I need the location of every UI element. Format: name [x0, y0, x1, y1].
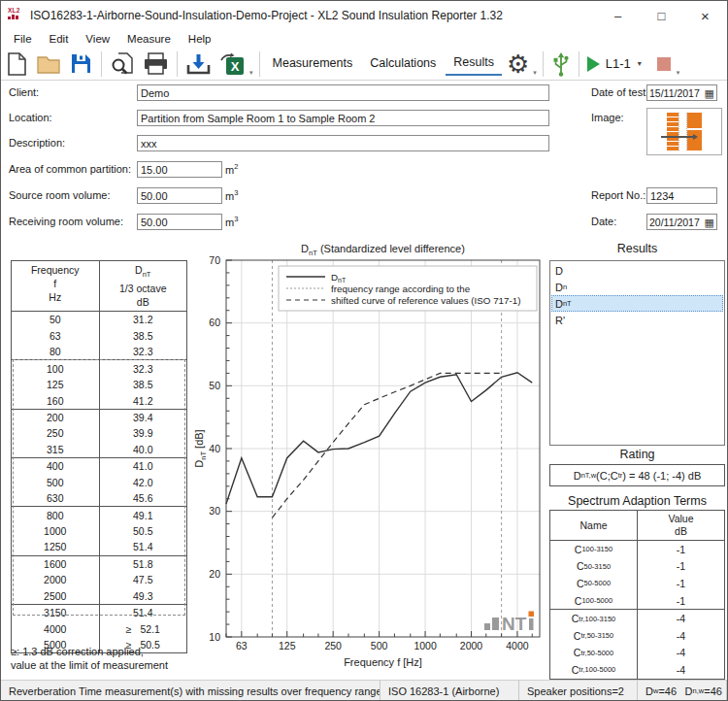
- tab-results[interactable]: Results: [446, 51, 502, 76]
- table-row: 50042.0: [12, 474, 186, 489]
- date-input[interactable]: [647, 217, 705, 228]
- svg-text:2000: 2000: [460, 640, 483, 651]
- spectrum-row: C100-3150-1: [550, 541, 724, 558]
- table-row: 250049.3: [12, 588, 186, 604]
- date-of-test-field[interactable]: ▦: [646, 84, 717, 101]
- menu-item-help[interactable]: Help: [180, 33, 220, 45]
- svg-text:4000: 4000: [506, 640, 529, 651]
- tab-measurements[interactable]: Measurements: [265, 52, 361, 75]
- date-of-test-input[interactable]: [647, 87, 705, 99]
- frequency-table-header: FrequencyfHz DnT1/3 octavedB: [12, 261, 186, 312]
- open-project-button[interactable]: [33, 50, 64, 79]
- receiving-volume-input[interactable]: [137, 214, 222, 230]
- source-volume-input[interactable]: [137, 187, 222, 204]
- menu-item-file[interactable]: File: [5, 33, 41, 45]
- new-document-icon: [5, 51, 28, 77]
- source-volume-label: Source room volume:: [9, 189, 111, 201]
- toolbar-overflow-icon[interactable]: ▾: [249, 69, 253, 77]
- svg-text:1000: 1000: [414, 640, 437, 651]
- svg-text:NT: NT: [502, 614, 527, 634]
- location-input[interactable]: [137, 110, 549, 126]
- spectrum-row: Ctr,100-3150-4: [550, 609, 724, 627]
- partition-image[interactable]: [646, 108, 722, 155]
- spectrum-table-rows: C100-3150-1C50-3150-1C50-5000-1C100-5000…: [550, 541, 724, 679]
- calendar-icon[interactable]: ▦: [705, 88, 716, 98]
- results-listbox: DDnDnTR': [549, 260, 725, 446]
- table-row: 5031.2: [12, 312, 186, 327]
- maximize-button[interactable]: □: [640, 1, 683, 30]
- result-item[interactable]: Dn: [551, 279, 723, 295]
- area-input[interactable]: [137, 161, 222, 178]
- window-title: ISO16283-1-Airborne-Sound-Insulation-Dem…: [30, 9, 596, 22]
- spectrum-title: Spectrum Adaption Terms: [549, 494, 725, 508]
- print-preview-button[interactable]: [107, 50, 138, 79]
- menu-item-measure[interactable]: Measure: [118, 33, 180, 45]
- table-row: 160051.8: [12, 555, 186, 572]
- location-label: Location:: [9, 112, 52, 123]
- table-row: 63045.6: [12, 490, 186, 506]
- status-bar: Reverberation Time measurement(s) with m…: [1, 680, 727, 701]
- stop-record-icon[interactable]: [657, 57, 671, 71]
- description-input[interactable]: [137, 135, 549, 151]
- import-measurement-button[interactable]: [182, 50, 215, 79]
- close-button[interactable]: ×: [683, 1, 727, 30]
- table-row: 100050.5: [12, 523, 186, 539]
- date-label: Date:: [591, 216, 616, 227]
- table-row: 25039.9: [12, 425, 186, 441]
- partition-wall-graphic: [667, 113, 702, 150]
- play-icon[interactable]: [587, 56, 600, 72]
- settings-button[interactable]: ⚙: [504, 50, 532, 79]
- spectrum-row: C50-3150-1: [550, 558, 724, 576]
- calendar-icon[interactable]: ▦: [705, 217, 716, 227]
- spectrum-row: C50-5000-1: [550, 575, 724, 592]
- app-window: XL2 ISO16283-1-Airborne-Sound-Insulation…: [0, 0, 728, 701]
- usb-device-button[interactable]: [548, 50, 574, 79]
- save-button[interactable]: [66, 50, 96, 79]
- report-no-label: Report No.:: [591, 189, 645, 201]
- description-label: Description:: [9, 137, 65, 149]
- client-label: Client:: [9, 86, 39, 98]
- table-row: 10032.3: [12, 359, 186, 376]
- rating-title: Rating: [549, 448, 725, 461]
- toolbar: X ▾ MeasurementsCalculationsResults ⚙ ▾ …: [1, 48, 727, 81]
- svg-text:Frequency f [Hz]: Frequency f [Hz]: [344, 656, 422, 668]
- report-no-input[interactable]: [646, 187, 717, 204]
- menu-item-view[interactable]: View: [77, 33, 118, 45]
- tab-calculations[interactable]: Calculations: [362, 52, 444, 75]
- frequency-header-cell: FrequencyfHz: [12, 261, 100, 311]
- table-row: 200047.5: [12, 572, 186, 587]
- receiving-volume-label: Receiving room volume:: [9, 216, 123, 227]
- excel-export-icon: X: [219, 51, 246, 77]
- area-unit: m2: [225, 162, 238, 176]
- client-input[interactable]: [137, 84, 549, 101]
- table-row: 80049.1: [12, 506, 186, 522]
- print-button[interactable]: [140, 50, 172, 79]
- new-document-button[interactable]: [2, 50, 31, 79]
- image-label: Image:: [591, 112, 624, 123]
- date-field[interactable]: ▦: [646, 214, 717, 230]
- device-dropdown-icon[interactable]: ▾: [638, 59, 642, 68]
- run-overflow-icon[interactable]: ▾: [677, 69, 680, 77]
- device-selector[interactable]: L1-1: [606, 56, 631, 71]
- settings-overflow-icon[interactable]: ▾: [533, 69, 537, 77]
- spectrum-table-header: Name ValuedB: [550, 511, 724, 541]
- table-row: 8032.3: [12, 344, 186, 359]
- source-volume-unit: m3: [225, 188, 238, 202]
- dnt-header-cell: DnT1/3 octavedB: [100, 261, 187, 311]
- open-folder-icon: [36, 52, 61, 76]
- rating-value: DnT,w(C;Ctr) = 48 (-1; -4) dB: [549, 464, 725, 486]
- excel-export-button[interactable]: X: [216, 50, 248, 79]
- result-item[interactable]: R': [551, 312, 723, 328]
- svg-text:125: 125: [279, 640, 296, 651]
- svg-text:40: 40: [209, 443, 220, 454]
- usb-icon: [551, 51, 571, 77]
- area-label: Area of common partition:: [9, 163, 131, 175]
- minimize-button[interactable]: –: [596, 1, 640, 30]
- table-row: 31540.0: [12, 442, 186, 457]
- print-preview-icon: [110, 51, 135, 77]
- result-item[interactable]: DnT: [551, 295, 723, 312]
- menu-item-edit[interactable]: Edit: [41, 33, 78, 45]
- printer-icon: [143, 51, 169, 76]
- view-tabs: MeasurementsCalculationsResults: [264, 51, 503, 76]
- result-item[interactable]: D: [551, 262, 723, 279]
